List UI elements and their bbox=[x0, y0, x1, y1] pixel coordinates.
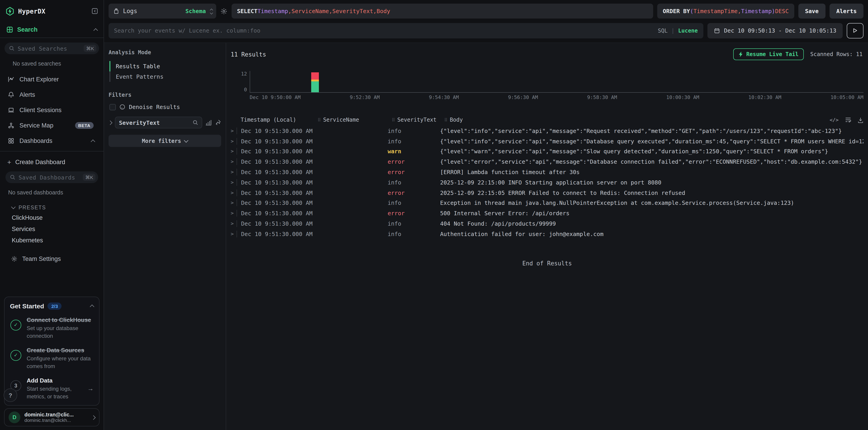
run-query-button[interactable] bbox=[847, 23, 864, 38]
bell-icon bbox=[7, 91, 15, 98]
gear-icon bbox=[11, 256, 18, 262]
chevron-right-icon bbox=[91, 415, 96, 420]
table-row[interactable]: > Dec 10 9:51:30.000 AM error 500 Intern… bbox=[226, 208, 868, 219]
pin-icon[interactable] bbox=[215, 119, 221, 126]
x-axis-tick-label: 10:05:00 AM bbox=[831, 95, 864, 100]
cell-severitytext: info bbox=[388, 220, 440, 227]
service-map-icon bbox=[7, 122, 15, 129]
order-by-input[interactable]: ORDER BY (TimestampTime, Timestamp) DESC bbox=[657, 4, 794, 19]
chevron-up-icon[interactable] bbox=[93, 28, 98, 33]
sidebar-item-search[interactable]: Search bbox=[0, 22, 103, 38]
chart-plot-area[interactable] bbox=[250, 71, 864, 93]
beta-badge: BETA bbox=[75, 122, 94, 129]
source-settings-gear-icon[interactable] bbox=[220, 7, 227, 15]
column-header-timestamp[interactable]: Timestamp (Local) bbox=[241, 117, 317, 123]
sql-toggle-label[interactable]: SQL bbox=[658, 27, 668, 34]
cell-body: Authentication failed for user: john@exa… bbox=[440, 231, 864, 237]
download-icon[interactable] bbox=[858, 117, 864, 123]
date-range-text: Dec 10 09:50:13 - Dec 10 10:05:13 bbox=[724, 27, 836, 34]
column-header-severitytext[interactable]: ⠿SeverityText bbox=[392, 117, 444, 123]
denoise-icon bbox=[119, 104, 125, 110]
sidebar-collapse-icon[interactable] bbox=[91, 8, 98, 14]
create-dashboard-button[interactable]: + Create Dashboard bbox=[5, 155, 98, 169]
cell-severitytext: info bbox=[388, 200, 440, 206]
saved-dashboards-input[interactable]: Saved Dashboards ⌘K bbox=[5, 171, 98, 183]
filter-expand-chevron[interactable] bbox=[108, 120, 113, 125]
chevron-up-icon[interactable] bbox=[90, 304, 94, 309]
sidebar-body: Saved Searches ⌘K No saved searches Char… bbox=[0, 38, 103, 267]
cell-severitytext: error bbox=[388, 159, 440, 165]
sidebar-item-dashboards[interactable]: Dashboards bbox=[4, 133, 99, 148]
user-profile-button[interactable]: D dominic.tran@clic... dominic.tran@clic… bbox=[4, 408, 99, 426]
arrow-right-icon: → bbox=[87, 385, 94, 392]
calendar-icon bbox=[714, 27, 720, 34]
alerts-button[interactable]: Alerts bbox=[830, 4, 864, 19]
sql-select-input[interactable]: SELECT Timestamp,ServiceName,SeverityTex… bbox=[231, 4, 653, 19]
get-started-step-2[interactable]: ✓ Create Data Sources Configure where yo… bbox=[10, 346, 94, 370]
sidebar-item-team-settings[interactable]: Team Settings bbox=[4, 251, 99, 267]
no-saved-dashboards-text: No saved dashboards bbox=[5, 183, 98, 200]
x-axis-tick-label: 9:56:30 AM bbox=[508, 95, 538, 100]
date-range-picker[interactable]: Dec 10 09:50:13 - Dec 10 10:05:13 bbox=[707, 23, 843, 38]
saved-searches-input[interactable]: Saved Searches ⌘K bbox=[4, 42, 99, 54]
chart-filter-icon[interactable] bbox=[205, 119, 212, 126]
mode-event-patterns[interactable]: Event Patterns bbox=[110, 71, 221, 82]
chart-bar-segment-error bbox=[311, 72, 319, 79]
column-header-body[interactable]: ⠿Body </> bbox=[444, 117, 864, 123]
get-started-step-1[interactable]: ✓ Connect to ClickHouse Set up your data… bbox=[10, 316, 94, 340]
resume-live-tail-button[interactable]: Resume Live Tail bbox=[733, 48, 804, 60]
cell-severitytext: info bbox=[388, 179, 440, 186]
help-button[interactable]: ? bbox=[4, 388, 17, 402]
drag-handle-icon[interactable]: ⠿ bbox=[317, 117, 321, 122]
chart-bar[interactable] bbox=[311, 72, 319, 92]
sidebar-item-service-map[interactable]: Service Map BETA bbox=[4, 118, 99, 133]
wrap-lines-icon[interactable] bbox=[845, 117, 851, 123]
plus-icon: + bbox=[7, 158, 11, 166]
search-icon[interactable] bbox=[193, 120, 198, 125]
sidebar-item-client-sessions[interactable]: Client Sessions bbox=[4, 102, 99, 118]
column-header-servicename[interactable]: ⠿ServiceName bbox=[317, 117, 392, 123]
lucene-toggle-label[interactable]: Lucene bbox=[678, 27, 698, 34]
sidebar-item-alerts[interactable]: Alerts bbox=[4, 87, 99, 102]
chevron-up-icon[interactable] bbox=[91, 139, 95, 144]
select-columns-rest: ,ServiceName,SeverityText,Body bbox=[288, 8, 390, 14]
table-row[interactable]: > Dec 10 9:51:30.000 AM info Exception i… bbox=[226, 198, 868, 208]
denoise-checkbox[interactable] bbox=[110, 104, 116, 110]
code-view-icon[interactable]: </> bbox=[830, 117, 839, 123]
step-title: Add Data bbox=[27, 377, 82, 385]
preset-clickhouse[interactable]: ClickHouse bbox=[5, 212, 98, 223]
preset-kubernetes[interactable]: Kubernetes bbox=[5, 235, 98, 246]
cell-timestamp: Dec 10 9:51:30.000 AM bbox=[237, 169, 313, 175]
shortcut-badge: ⌘K bbox=[83, 174, 95, 181]
toggle-divider: | bbox=[671, 27, 674, 34]
table-row[interactable]: > Dec 10 9:51:30.000 AM error {"level":"… bbox=[226, 157, 868, 167]
cell-body: {"level":"info","service":"api","message… bbox=[440, 128, 864, 134]
get-started-step-3[interactable]: 3 Add Data Start sending logs, metrics, … bbox=[10, 377, 94, 401]
table-row[interactable]: > Dec 10 9:51:30.000 AM error 2025-12-09… bbox=[226, 188, 868, 198]
table-row[interactable]: > Dec 10 9:51:30.000 AM info Authenticat… bbox=[226, 229, 868, 239]
save-button[interactable]: Save bbox=[798, 4, 825, 19]
topbar: Logs Schema SELECT Timestamp,ServiceName… bbox=[104, 0, 868, 22]
presets-header[interactable]: PRESETS bbox=[5, 200, 98, 212]
table-row[interactable]: > Dec 10 9:51:30.000 AM info 2025-12-09 … bbox=[226, 177, 868, 188]
search-section-icon bbox=[6, 26, 13, 33]
results-panel: 11 Results Resume Live Tail Scanned Rows… bbox=[226, 43, 868, 430]
more-filters-button[interactable]: More filters bbox=[108, 135, 221, 147]
language-toggle[interactable]: SQL | Lucene bbox=[658, 27, 698, 34]
column-label: ServiceName bbox=[323, 117, 359, 123]
mode-results-table[interactable]: Results Table bbox=[110, 61, 221, 71]
preset-services[interactable]: Services bbox=[5, 223, 98, 235]
drag-handle-icon[interactable]: ⠿ bbox=[392, 117, 395, 122]
source-selector[interactable]: Logs Schema bbox=[108, 4, 216, 19]
results-histogram[interactable]: 12 0 Dec 10 9:50:00 AM9:52:30 AM9:54:30 … bbox=[231, 71, 864, 100]
filter-group-severitytext[interactable]: SeverityText bbox=[115, 117, 202, 128]
table-row[interactable]: > Dec 10 9:51:30.000 AM warn {"level":"w… bbox=[226, 146, 868, 157]
table-row[interactable]: > Dec 10 9:51:30.000 AM error [ERROR] La… bbox=[226, 167, 868, 177]
table-row[interactable]: > Dec 10 9:51:30.000 AM info 404 Not Fou… bbox=[226, 219, 868, 229]
table-row[interactable]: > Dec 10 9:51:30.000 AM info {"level":"i… bbox=[226, 136, 868, 146]
table-row[interactable]: > Dec 10 9:51:30.000 AM info {"level":"i… bbox=[226, 126, 868, 136]
event-search-input[interactable]: Search your events w/ Lucene ex. column:… bbox=[108, 23, 703, 38]
drag-handle-icon[interactable]: ⠿ bbox=[444, 117, 447, 122]
sidebar-item-chart-explorer[interactable]: Chart Explorer bbox=[4, 71, 99, 87]
search-section-label: Search bbox=[17, 26, 37, 33]
